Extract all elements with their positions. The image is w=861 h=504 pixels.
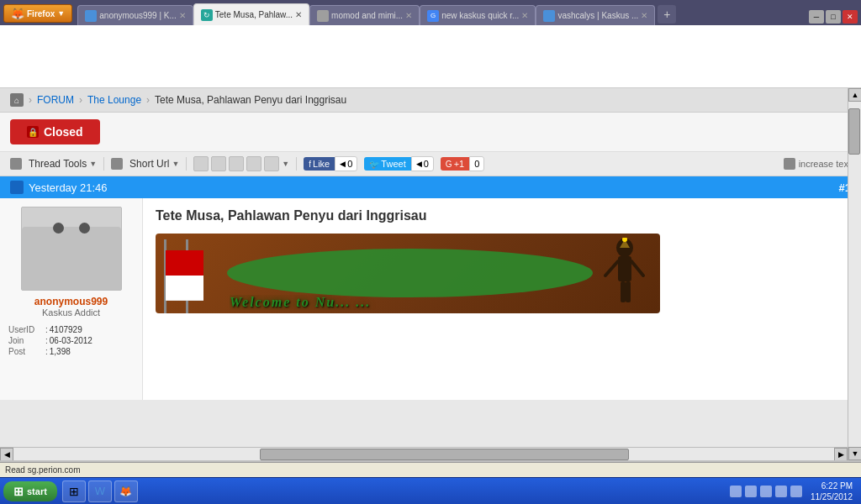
scroll-track-h[interactable] <box>13 448 834 461</box>
scroll-thumb[interactable] <box>848 108 860 155</box>
firefox-button[interactable]: 🦊 anonymous999 | K... Firefox ▼ <box>3 4 72 23</box>
post-title: Tete Musa, Pahlawan Penyu dari Inggrisau <box>156 208 848 223</box>
scroll-up-button[interactable]: ▲ <box>848 88 861 102</box>
forum-link[interactable]: FORUM <box>37 94 74 106</box>
tab-5-label: vashcalys | Kaskus ... <box>557 11 638 20</box>
tab-4-close[interactable]: ✕ <box>521 11 528 20</box>
taskbar-app-1[interactable]: ⊞ <box>62 480 86 502</box>
join-value: 06-03-2012 <box>50 336 92 345</box>
divider-3 <box>296 157 297 171</box>
avatar <box>21 207 122 291</box>
taskbar-app-3[interactable]: 🦊 <box>114 480 138 502</box>
gplus-button[interactable]: G +1 0 <box>441 156 484 171</box>
scroll-down-button[interactable]: ▼ <box>848 447 861 460</box>
divider-1 <box>103 157 104 171</box>
user-rank: Kaskus Addict <box>42 307 100 318</box>
browser-address-area <box>0 25 861 88</box>
thread-tools-icon <box>10 158 22 170</box>
tray-icon-4 <box>775 486 787 497</box>
tab-3-close[interactable]: ✕ <box>405 11 412 20</box>
post-row: Post : 1,398 <box>8 346 134 357</box>
tab-kaskus-quick[interactable]: G new kaskus quick r... ✕ <box>420 5 536 25</box>
tab-tete-musa[interactable]: ↻ Tete Musa, Pahlaw... ✕ <box>193 3 309 25</box>
tab-5-close[interactable]: ✕ <box>641 11 647 20</box>
svg-line-2 <box>605 261 618 276</box>
svg-rect-4 <box>621 281 626 302</box>
taskbar-apps: ⊞ W 🦊 <box>62 480 138 502</box>
new-tab-button[interactable]: + <box>658 5 676 24</box>
system-tray: 6:22 PM 11/25/2012 <box>730 480 858 502</box>
tray-icon-5 <box>790 486 802 497</box>
tab-2-label: Tete Musa, Pahlaw... <box>215 10 293 19</box>
clock: 6:22 PM 11/25/2012 <box>806 480 858 502</box>
taskbar: ⊞ start ⊞ W 🦊 6:22 PM 11/25/2012 <box>0 477 861 504</box>
tweet-button[interactable]: 🐦 Tweet ◀ 0 <box>364 156 433 171</box>
post-count-value: 1,398 <box>50 347 71 356</box>
status-bar: Read sg.perion.com <box>0 462 861 477</box>
home-icon: ⌂ <box>10 93 24 107</box>
scroll-track[interactable] <box>848 102 861 447</box>
svg-line-3 <box>631 261 643 276</box>
closed-area: 🔒 Closed <box>0 113 861 152</box>
tray-icon-3 <box>760 486 772 497</box>
breadcrumb-sep-3: › <box>146 94 150 106</box>
increase-text-button[interactable]: increase text <box>784 158 851 170</box>
thread-tools-bar: Thread Tools ▼ Short Url ▼ ▼ <box>0 152 861 176</box>
scroll-left-button[interactable]: ◀ <box>0 448 13 461</box>
share-dropdown-icon[interactable]: ▼ <box>282 160 289 168</box>
userid-row: UserID : 4107929 <box>8 324 134 335</box>
increase-text-icon <box>784 158 795 170</box>
post-header-icon <box>10 181 24 194</box>
scroll-right-button[interactable]: ▶ <box>834 448 848 461</box>
short-url-icon <box>111 158 123 170</box>
tab-4-label: new kaskus quick r... <box>441 11 519 20</box>
taskbar-app-2[interactable]: W <box>88 480 112 502</box>
svg-rect-1 <box>618 256 631 281</box>
scrollbar-bottom[interactable]: ◀ ▶ <box>0 447 848 460</box>
thread-tools-button[interactable]: Thread Tools ▼ <box>29 158 97 170</box>
start-label: start <box>27 486 47 496</box>
user-info: UserID : 4107929 Join : 06-03-2012 Post … <box>8 324 134 357</box>
post-image: Welcome to Nu... ... <box>156 234 848 313</box>
breadcrumb-sep-2: › <box>79 94 82 106</box>
scroll-thumb-h[interactable] <box>260 449 629 460</box>
breadcrumb-sep-1: › <box>29 94 32 106</box>
breadcrumb: ⌂ › FORUM › The Lounge › Tete Musa, Pahl… <box>0 88 861 113</box>
tray-icon-1 <box>730 486 742 497</box>
userid-value: 4107929 <box>50 325 82 334</box>
post-area: anonymous999 Kaskus Addict UserID : 4107… <box>0 198 861 400</box>
post-content: Tete Musa, Pahlawan Penyu dari Inggrisau <box>143 198 861 400</box>
lounge-link[interactable]: The Lounge <box>87 94 141 106</box>
closed-icon: 🔒 <box>27 126 39 138</box>
facebook-like-button[interactable]: f Like ◀ 0 <box>304 156 357 171</box>
svg-rect-5 <box>626 281 631 302</box>
window-close-button[interactable]: ✕ <box>843 10 858 24</box>
share-icons: ▼ <box>193 156 289 171</box>
firefox-icon: 🦊 <box>11 8 24 20</box>
tab-3-label: momod and mimi... <box>331 11 403 20</box>
tab-vashcalys[interactable]: vashcalys | Kaskus ... ✕ <box>536 5 655 25</box>
join-row: Join : 06-03-2012 <box>8 335 134 346</box>
tab-2-close[interactable]: ✕ <box>295 10 302 19</box>
tab-momod[interactable]: momod and mimi... ✕ <box>309 5 420 25</box>
window-maximize-button[interactable]: □ <box>826 10 841 24</box>
tab-1-close[interactable]: ✕ <box>179 11 186 20</box>
tab-anonymous999[interactable]: anonymous999 | K... ✕ <box>77 5 193 25</box>
window-minimize-button[interactable]: ─ <box>809 10 824 24</box>
username: anonymous999 <box>34 296 108 307</box>
tray-icon-2 <box>745 486 757 497</box>
divider-2 <box>186 157 187 171</box>
user-panel: anonymous999 Kaskus Addict UserID : 4107… <box>0 198 143 400</box>
post-header-bar: Yesterday 21:46 #1 <box>0 176 861 198</box>
scrollbar-right[interactable]: ▲ ▼ <box>848 88 861 460</box>
tab-1-label: anonymous999 | K... <box>99 11 177 20</box>
short-url-dropdown-icon: ▼ <box>172 160 179 168</box>
short-url-button[interactable]: Short Url ▼ <box>129 158 179 170</box>
closed-button[interactable]: 🔒 Closed <box>10 119 100 144</box>
page-title: Tete Musa, Pahlawan Penyu dari Inggrisau <box>155 94 346 106</box>
thread-tools-dropdown-icon: ▼ <box>89 160 97 168</box>
post-timestamp: Yesterday 21:46 <box>29 181 107 194</box>
start-button[interactable]: ⊞ start <box>3 481 57 501</box>
